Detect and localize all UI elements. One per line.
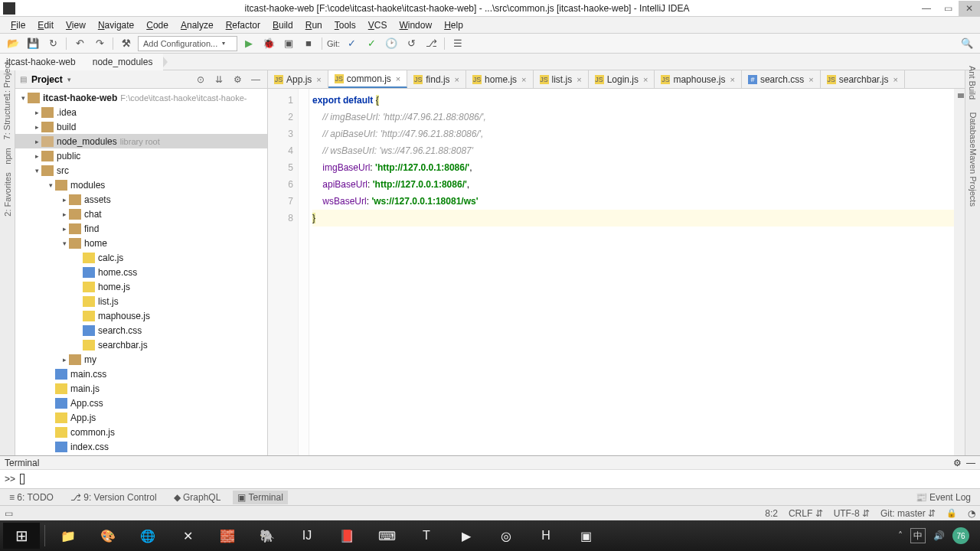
- scroll-target-icon[interactable]: ⊙: [194, 73, 207, 86]
- menu-navigate[interactable]: Navigate: [92, 18, 140, 32]
- run-icon[interactable]: ▶: [240, 35, 257, 52]
- taskbar-app-8[interactable]: 📕: [328, 523, 365, 549]
- tree-item-main-css[interactable]: •main.css: [15, 367, 267, 381]
- search-everywhere-icon[interactable]: 🔍: [959, 35, 975, 52]
- tab-event-log[interactable]: 📰 Event Log: [911, 491, 975, 504]
- redo-icon[interactable]: ↷: [91, 35, 108, 52]
- vcs-history-icon[interactable]: 🕑: [383, 35, 400, 52]
- tree-item-chat[interactable]: ▸chat: [15, 207, 267, 221]
- taskbar-app-14[interactable]: ▣: [567, 523, 604, 549]
- structure-icon[interactable]: ☰: [449, 35, 466, 52]
- tree-item-calc-js[interactable]: •calc.js: [15, 250, 267, 265]
- menu-window[interactable]: Window: [393, 18, 438, 32]
- tree-item-index-css[interactable]: •index.css: [15, 439, 267, 454]
- undo-icon[interactable]: ↶: [71, 35, 88, 52]
- run-config-dropdown[interactable]: Add Configuration...: [138, 36, 237, 51]
- editor-tab-find-js[interactable]: JSfind.js×: [407, 70, 466, 88]
- taskbar-app-13[interactable]: H: [528, 523, 564, 549]
- vcs-revert-icon[interactable]: ↺: [403, 35, 420, 52]
- menu-refactor[interactable]: Refactor: [220, 18, 266, 32]
- sync-icon[interactable]: ↻: [44, 35, 61, 52]
- code-editor[interactable]: 12345678 export default { // imgBaseUrl:…: [268, 89, 965, 455]
- tree-item-build[interactable]: ▸build: [15, 119, 267, 134]
- terminal-body[interactable]: >>: [0, 470, 980, 488]
- tree-item-maphouse-js[interactable]: •maphouse.js: [15, 308, 267, 323]
- taskbar-app-11[interactable]: ▶: [448, 523, 485, 549]
- taskbar-app-12[interactable]: ◎: [488, 523, 524, 549]
- tree-item-main-js[interactable]: •main.js: [15, 381, 267, 396]
- tool-tab-project[interactable]: 1: Project: [3, 62, 12, 97]
- menu-help[interactable]: Help: [438, 18, 469, 32]
- breadcrumb[interactable]: node_modules: [87, 54, 164, 70]
- tab-todo[interactable]: ≡ 6: TODO: [5, 491, 58, 504]
- editor-tab-searchbar-js[interactable]: JSsearchbar.js×: [821, 70, 905, 88]
- collapse-all-icon[interactable]: ⇊: [212, 73, 226, 86]
- editor-tab-search-css[interactable]: #search.css×: [742, 70, 821, 88]
- editor-tab-maphouse-js[interactable]: JSmaphouse.js×: [655, 70, 741, 88]
- vcs-update-icon[interactable]: ✓: [343, 35, 360, 52]
- tab-close-icon[interactable]: ×: [730, 75, 734, 84]
- tab-graphql[interactable]: ◆ GraphQL: [169, 491, 226, 504]
- close-button[interactable]: ✕: [959, 1, 980, 16]
- tree-item-App-css[interactable]: •App.css: [15, 396, 267, 410]
- lock-icon[interactable]: 🔒: [946, 508, 957, 518]
- code-content[interactable]: export default { // imgBaseUrl: 'http://…: [309, 89, 965, 455]
- tree-item-App-js[interactable]: •App.js: [15, 410, 267, 425]
- editor-scrollbar[interactable]: [954, 89, 965, 455]
- tree-item-find[interactable]: ▸find: [15, 221, 267, 236]
- taskbar-app-1[interactable]: 📁: [50, 523, 87, 549]
- menu-view[interactable]: View: [60, 18, 92, 32]
- tool-tab-favorites[interactable]: 2: Favorites: [3, 172, 12, 216]
- taskbar-app-7[interactable]: IJ: [289, 523, 325, 549]
- menu-build[interactable]: Build: [266, 18, 299, 32]
- git-branch[interactable]: Git: master ⇵: [880, 508, 936, 519]
- breadcrumb[interactable]: itcast-haoke-web: [0, 54, 87, 70]
- taskbar-app-0[interactable]: ⊞: [3, 523, 40, 549]
- tree-item-common-js[interactable]: •common.js: [15, 425, 267, 439]
- editor-tab-home-js[interactable]: JShome.js×: [466, 70, 533, 88]
- vcs-branch-icon[interactable]: ⎇: [423, 35, 439, 52]
- tree-item-my[interactable]: ▸my: [15, 352, 267, 367]
- tool-tab-database[interactable]: Database: [969, 112, 978, 148]
- gear-icon[interactable]: ⚙: [230, 73, 244, 86]
- hide-panel-icon[interactable]: —: [966, 458, 975, 468]
- menu-analyze[interactable]: Analyze: [175, 18, 220, 32]
- tab-close-icon[interactable]: ×: [893, 75, 897, 84]
- menu-run[interactable]: Run: [299, 18, 328, 32]
- tree-item-src[interactable]: ▾src: [15, 163, 267, 178]
- menu-code[interactable]: Code: [140, 18, 175, 32]
- editor-tab-list-js[interactable]: JSlist.js×: [534, 70, 589, 88]
- tool-tab-structure[interactable]: 7: Structure: [3, 96, 12, 140]
- tree-item-home-css[interactable]: •home.css: [15, 265, 267, 279]
- tool-tab-ant[interactable]: Ant Build: [969, 66, 978, 99]
- taskbar-app-10[interactable]: T: [408, 523, 445, 549]
- tree-item-home-js[interactable]: •home.js: [15, 279, 267, 294]
- save-all-icon[interactable]: 💾: [24, 35, 41, 52]
- stop-icon[interactable]: ■: [300, 35, 317, 52]
- tab-close-icon[interactable]: ×: [455, 75, 459, 84]
- hide-panel-icon[interactable]: —: [249, 73, 263, 86]
- tree-item-searchbar-js[interactable]: •searchbar.js: [15, 337, 267, 352]
- build-icon[interactable]: ⚒: [118, 35, 135, 52]
- taskbar-app-4[interactable]: ✕: [169, 523, 206, 549]
- tree-item-list-js[interactable]: •list.js: [15, 294, 267, 308]
- tree-item-node_modules[interactable]: ▸node_moduleslibrary root: [15, 134, 267, 148]
- gear-icon[interactable]: ⚙: [953, 458, 962, 468]
- toggle-tool-window-icon[interactable]: ▭: [5, 508, 13, 519]
- taskbar-app-5[interactable]: 🧱: [209, 523, 246, 549]
- taskbar-app-9[interactable]: ⌨: [368, 523, 405, 549]
- tab-close-icon[interactable]: ×: [643, 75, 648, 84]
- battery-indicator[interactable]: 76: [952, 527, 969, 544]
- maximize-button[interactable]: ▭: [937, 1, 959, 16]
- tree-item-public[interactable]: ▸public: [15, 148, 267, 163]
- taskbar-app-3[interactable]: 🌐: [129, 523, 166, 549]
- tree-item-search-css[interactable]: •search.css: [15, 323, 267, 337]
- tree-root[interactable]: ▾ itcast-haoke-web F:\code\itcast-haoke\…: [15, 90, 267, 105]
- taskbar-app-2[interactable]: 🎨: [90, 523, 126, 549]
- taskbar-app-6[interactable]: 🐘: [249, 523, 286, 549]
- caret-position[interactable]: 8:2: [765, 508, 778, 519]
- line-separator[interactable]: CRLF ⇵: [789, 508, 823, 519]
- tray-expand-icon[interactable]: ˄: [898, 530, 903, 541]
- tab-close-icon[interactable]: ×: [808, 75, 813, 84]
- tool-tab-npm[interactable]: npm: [3, 148, 12, 164]
